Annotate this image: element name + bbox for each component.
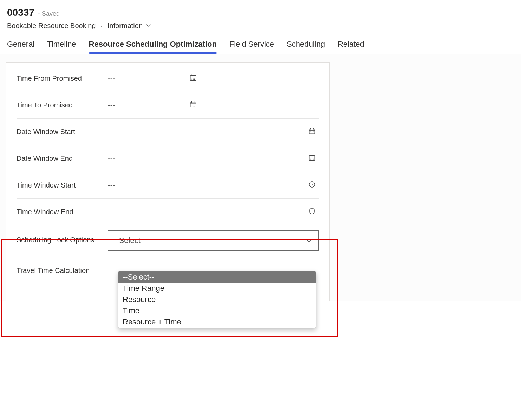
field-time-to-promised[interactable]: Time To Promised --- bbox=[17, 92, 319, 119]
chevron-down-icon bbox=[145, 22, 151, 30]
title-line: 00337 - Saved bbox=[7, 7, 514, 18]
svg-point-15 bbox=[193, 105, 193, 105]
field-label: Date Window End bbox=[17, 155, 108, 163]
svg-point-6 bbox=[194, 78, 195, 78]
record-title: 00337 bbox=[7, 7, 34, 18]
select-placeholder: --Select-- bbox=[114, 236, 145, 245]
scheduling-lock-dropdown: --Select-- Time Range Resource Time Reso… bbox=[118, 271, 316, 328]
field-date-window-start[interactable]: Date Window Start --- bbox=[17, 119, 319, 145]
dot-separator: · bbox=[100, 22, 103, 30]
svg-point-16 bbox=[194, 105, 195, 105]
svg-point-28 bbox=[312, 133, 312, 133]
tab-rso[interactable]: Resource Scheduling Optimization bbox=[89, 40, 217, 54]
field-time-window-end[interactable]: Time Window End --- bbox=[17, 199, 319, 225]
clock-icon[interactable] bbox=[308, 181, 316, 190]
tab-bar: General Timeline Resource Scheduling Opt… bbox=[0, 30, 521, 54]
field-label: Date Window Start bbox=[17, 128, 108, 136]
svg-point-36 bbox=[313, 158, 313, 158]
field-value: --- bbox=[108, 155, 115, 163]
svg-point-35 bbox=[312, 158, 312, 158]
scheduling-lock-select[interactable]: --Select-- bbox=[108, 230, 319, 251]
field-value: --- bbox=[108, 101, 115, 109]
svg-point-39 bbox=[313, 159, 313, 160]
svg-point-8 bbox=[193, 79, 193, 80]
calendar-icon[interactable] bbox=[308, 154, 316, 163]
field-value: --- bbox=[108, 128, 115, 136]
subtitle-line: Bookable Resource Booking · Information bbox=[7, 22, 514, 30]
svg-point-38 bbox=[312, 159, 312, 160]
svg-point-18 bbox=[193, 106, 193, 106]
calendar-icon[interactable] bbox=[308, 127, 316, 137]
svg-point-14 bbox=[192, 105, 192, 105]
field-label: Time To Promised bbox=[17, 101, 108, 109]
tab-related[interactable]: Related bbox=[338, 40, 364, 54]
field-value: --- bbox=[108, 181, 115, 189]
tab-general[interactable]: General bbox=[7, 40, 34, 54]
svg-point-24 bbox=[311, 131, 311, 132]
calendar-icon[interactable] bbox=[189, 74, 197, 83]
svg-point-27 bbox=[311, 133, 311, 133]
dropdown-option-time[interactable]: Time bbox=[118, 305, 316, 316]
field-scheduling-lock-options: Scheduling Lock Options --Select-- bbox=[17, 225, 319, 256]
svg-point-25 bbox=[312, 131, 312, 132]
dropdown-option-time-range[interactable]: Time Range bbox=[118, 283, 316, 294]
calendar-icon[interactable] bbox=[189, 100, 197, 110]
chevron-down-icon bbox=[300, 235, 313, 247]
form-selector[interactable]: Information bbox=[108, 22, 151, 30]
form-panel: Time From Promised --- Time To Promised … bbox=[6, 62, 330, 301]
tab-timeline[interactable]: Timeline bbox=[47, 40, 76, 54]
form-name: Information bbox=[108, 22, 143, 30]
field-label: Time Window Start bbox=[17, 181, 108, 189]
svg-point-37 bbox=[311, 159, 311, 160]
field-date-window-end[interactable]: Date Window End --- bbox=[17, 145, 319, 172]
entity-name: Bookable Resource Booking bbox=[7, 22, 96, 30]
svg-point-19 bbox=[194, 106, 195, 106]
tab-field-service[interactable]: Field Service bbox=[229, 40, 274, 54]
svg-point-29 bbox=[313, 133, 313, 133]
svg-point-17 bbox=[192, 106, 192, 106]
field-label: Travel Time Calculation bbox=[17, 261, 108, 275]
tab-scheduling[interactable]: Scheduling bbox=[287, 40, 325, 54]
svg-point-5 bbox=[193, 78, 193, 78]
field-value: --- bbox=[108, 208, 115, 216]
field-time-window-start[interactable]: Time Window Start --- bbox=[17, 172, 319, 199]
field-label: Scheduling Lock Options bbox=[17, 230, 108, 244]
dropdown-option-resource-time[interactable]: Resource + Time bbox=[118, 316, 316, 328]
svg-point-26 bbox=[313, 131, 313, 132]
svg-point-7 bbox=[192, 79, 192, 80]
svg-point-34 bbox=[311, 158, 311, 158]
svg-point-4 bbox=[192, 78, 192, 78]
clock-icon[interactable] bbox=[308, 207, 316, 217]
field-label: Time Window End bbox=[17, 208, 108, 216]
field-label: Time From Promised bbox=[17, 74, 108, 83]
svg-point-9 bbox=[194, 79, 195, 80]
dropdown-option-resource[interactable]: Resource bbox=[118, 294, 316, 305]
field-value: --- bbox=[108, 74, 115, 83]
saved-status: - Saved bbox=[38, 10, 60, 18]
field-time-from-promised[interactable]: Time From Promised --- bbox=[17, 65, 319, 92]
dropdown-option-select[interactable]: --Select-- bbox=[118, 271, 316, 283]
